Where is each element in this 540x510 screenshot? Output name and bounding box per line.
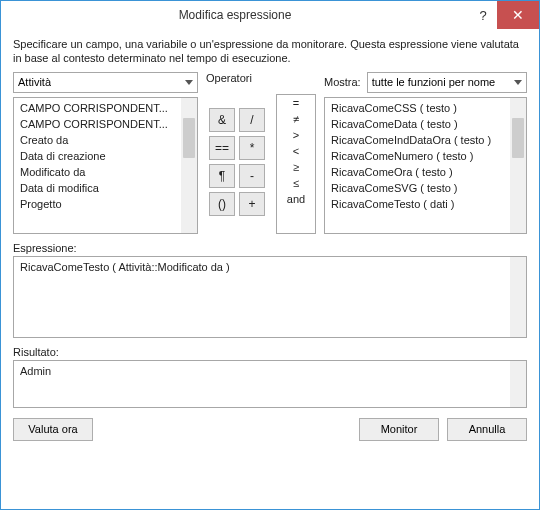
scrollbar[interactable] xyxy=(181,98,197,233)
op-btn-eqeq[interactable]: == xyxy=(209,136,235,160)
cancel-button[interactable]: Annulla xyxy=(447,418,527,441)
monitor-button[interactable]: Monitor xyxy=(359,418,439,441)
operators-label: Operatori xyxy=(206,72,268,84)
op-btn-amp[interactable]: & xyxy=(209,108,235,132)
close-button[interactable]: ✕ xyxy=(497,1,539,29)
list-item[interactable]: ≤ xyxy=(277,175,315,191)
list-item[interactable]: > xyxy=(277,127,315,143)
op-btn-pilcrow[interactable]: ¶ xyxy=(209,164,235,188)
evaluate-button[interactable]: Valuta ora xyxy=(13,418,93,441)
table-combo[interactable]: Attività xyxy=(13,72,198,93)
op-btn-parens[interactable]: () xyxy=(209,192,235,216)
op-btn-minus[interactable]: - xyxy=(239,164,265,188)
operators-column: Operatori & / == * ¶ - () + xyxy=(206,72,268,234)
window-title: Modifica espressione xyxy=(1,8,469,22)
list-item[interactable]: = xyxy=(277,95,315,111)
functions-listbox[interactable]: RicavaComeCSS ( testo ) RicavaComeData (… xyxy=(324,97,527,234)
symbols-column: = ≠ > < ≥ ≤ and xyxy=(276,72,316,234)
table-combo-value: Attività xyxy=(18,76,51,88)
list-item[interactable]: Creato da xyxy=(14,132,197,148)
fields-listbox[interactable]: CAMPO CORRISPONDENT... CAMPO CORRISPONDE… xyxy=(13,97,198,234)
result-textarea: Admin xyxy=(13,360,527,408)
expression-label: Espressione: xyxy=(13,242,527,254)
list-item[interactable]: ≥ xyxy=(277,159,315,175)
list-item[interactable]: ≠ xyxy=(277,111,315,127)
list-item[interactable]: RicavaComeOra ( testo ) xyxy=(325,164,526,180)
op-btn-plus[interactable]: + xyxy=(239,192,265,216)
scrollbar[interactable] xyxy=(510,98,526,233)
list-item[interactable]: < xyxy=(277,143,315,159)
dialog-window: Modifica espressione ? ✕ Specificare un … xyxy=(0,0,540,510)
show-combo-value: tutte le funzioni per nome xyxy=(372,76,496,88)
list-item[interactable]: RicavaComeTesto ( dati ) xyxy=(325,196,526,212)
expression-value: RicavaComeTesto ( Attività::Modificato d… xyxy=(14,257,526,277)
scrollbar-thumb[interactable] xyxy=(512,118,524,158)
show-row: Mostra: tutte le funzioni per nome xyxy=(324,72,527,93)
scrollbar[interactable] xyxy=(510,257,526,337)
list-item[interactable]: RicavaComeNumero ( testo ) xyxy=(325,148,526,164)
list-item[interactable]: Modificato da xyxy=(14,164,197,180)
list-item[interactable]: CAMPO CORRISPONDENT... xyxy=(14,100,197,116)
button-row: Valuta ora Monitor Annulla xyxy=(13,418,527,441)
scrollbar[interactable] xyxy=(510,361,526,407)
list-item[interactable]: RicavaComeIndDataOra ( testo ) xyxy=(325,132,526,148)
titlebar-buttons: ? ✕ xyxy=(469,1,539,29)
scrollbar-thumb[interactable] xyxy=(183,118,195,158)
chevron-down-icon xyxy=(185,80,193,85)
dialog-body: Specificare un campo, una variabile o un… xyxy=(1,29,539,509)
list-item[interactable]: RicavaComeCSS ( testo ) xyxy=(325,100,526,116)
list-item[interactable]: Data di modifica xyxy=(14,180,197,196)
functions-column: Mostra: tutte le funzioni per nome Ricav… xyxy=(324,72,527,234)
list-item[interactable]: and xyxy=(277,191,315,207)
operators-grid: & / == * ¶ - () + xyxy=(206,108,268,216)
fields-column: Attività CAMPO CORRISPONDENT... CAMPO CO… xyxy=(13,72,198,234)
list-item[interactable]: RicavaComeData ( testo ) xyxy=(325,116,526,132)
show-label: Mostra: xyxy=(324,76,361,88)
list-item[interactable]: Progetto xyxy=(14,196,197,212)
expression-textarea[interactable]: RicavaComeTesto ( Attività::Modificato d… xyxy=(13,256,527,338)
chevron-down-icon xyxy=(514,80,522,85)
symbols-listbox[interactable]: = ≠ > < ≥ ≤ and xyxy=(276,94,316,234)
show-combo[interactable]: tutte le funzioni per nome xyxy=(367,72,527,93)
op-btn-star[interactable]: * xyxy=(239,136,265,160)
description-text: Specificare un campo, una variabile o un… xyxy=(13,37,527,66)
columns: Attività CAMPO CORRISPONDENT... CAMPO CO… xyxy=(13,72,527,234)
list-item[interactable]: RicavaComeSVG ( testo ) xyxy=(325,180,526,196)
help-button[interactable]: ? xyxy=(469,1,497,29)
op-btn-slash[interactable]: / xyxy=(239,108,265,132)
list-item[interactable]: CAMPO CORRISPONDENT... xyxy=(14,116,197,132)
titlebar: Modifica espressione ? ✕ xyxy=(1,1,539,29)
list-item[interactable]: Data di creazione xyxy=(14,148,197,164)
result-label: Risultato: xyxy=(13,346,527,358)
result-value: Admin xyxy=(14,361,526,381)
